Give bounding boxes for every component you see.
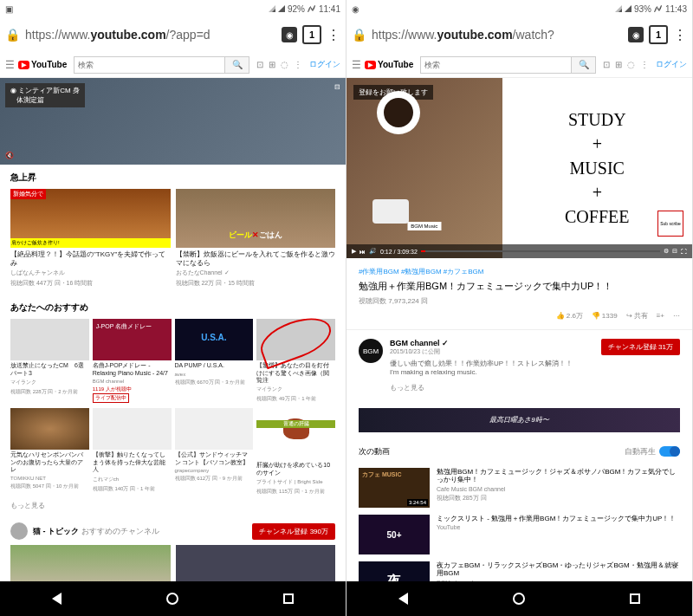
share-button[interactable]: ↪ 共有 — [626, 311, 648, 321]
search-button[interactable]: 🔍 — [224, 57, 249, 73]
search-button[interactable]: 🔍 — [571, 57, 595, 73]
video-icon[interactable]: ⊡ — [603, 60, 610, 69]
menu-icon[interactable]: ☰ — [352, 59, 361, 71]
thumbnail[interactable] — [176, 545, 336, 581]
autoplay-toggle[interactable] — [659, 446, 680, 457]
mute-icon[interactable]: 🔇 — [5, 152, 14, 159]
more-icon[interactable]: ⋮ — [327, 27, 340, 43]
topic-card[interactable]: 犬に育てられ、犬化した猫。自分を完全に犬だと思って — [10, 545, 171, 581]
recents-button[interactable] — [630, 593, 640, 604]
tab-count[interactable]: 1 — [302, 25, 321, 44]
rec-card[interactable]: 【公式】サンドウィッチマン コント【パソコン教室】grapecompany視聴回… — [175, 408, 254, 496]
search-input[interactable] — [74, 57, 224, 73]
android-icon[interactable] — [282, 27, 297, 42]
back-button[interactable] — [398, 593, 408, 605]
messages-icon[interactable]: ◌ — [627, 60, 635, 69]
trending-card[interactable]: 新婚気分で 肩かけご飯炊き作り! 【絶品料理？！】今話題の"TKGY"を夫婦で作… — [10, 189, 171, 288]
theater-icon[interactable]: ⊟ — [672, 248, 677, 255]
video-meta: 視聴回数 22万 回・15 時間前 — [176, 279, 336, 288]
rec-card[interactable]: 元気なハリセンボンバンバンのお腹切ったら大量のアレTOMIKKU NET視聴回数… — [10, 408, 89, 496]
topic-avatar[interactable] — [10, 522, 28, 540]
more-icon[interactable]: ⋮ — [640, 60, 649, 69]
channel-avatar[interactable]: BGM — [359, 339, 383, 363]
subscribe-stamp[interactable]: Sub scribe — [657, 211, 683, 237]
progress-bar[interactable]: ▶ ⏭ 🔊 0:12 / 3:09:32 ⚙ ⊟ ⛶ — [346, 244, 692, 258]
subscribe-button[interactable]: チャンネル登録 31万 — [601, 339, 680, 355]
thumbnail[interactable]: 新婚気分で 肩かけご飯炊き作り! — [10, 189, 171, 248]
url-text[interactable]: https://www.youtube.com/?app=d — [25, 28, 276, 42]
fullscreen-icon[interactable]: ⛶ — [681, 249, 687, 255]
thumbnail[interactable]: J-POP 名曲メドレー — [93, 319, 172, 360]
thumbnail[interactable] — [10, 319, 89, 360]
home-button[interactable] — [513, 593, 525, 605]
url-bar[interactable]: 🔒 https://www.youtube.com/?app=d 1 ⋮ — [0, 17, 346, 52]
menu-icon[interactable]: ☰ — [5, 59, 15, 71]
more-icon[interactable]: ⋮ — [673, 27, 687, 43]
android-icon[interactable] — [628, 27, 644, 42]
subscribe-button[interactable]: チャンネル登録 390万 — [252, 523, 335, 540]
hero-video[interactable]: ◉ ミンティア新CM 身 体測定篇 ⊟ 🔇 — [0, 78, 346, 165]
youtube-logo[interactable]: YouTube — [18, 60, 67, 69]
channel[interactable]: おるたなChannel ✓ — [176, 269, 336, 277]
next-icon[interactable]: ⏭ — [359, 249, 366, 255]
rec-card[interactable]: J-POP 名曲メドレー名曲J-POPメドレー - Relaxing Piano… — [93, 319, 172, 403]
login-link[interactable]: ログイン — [309, 59, 340, 70]
login-link[interactable]: ログイン — [656, 59, 687, 70]
youtube-logo[interactable]: YouTube — [365, 60, 413, 69]
topic-card[interactable]: 野良猫のママ猫をナデナデしたら追いかけて子猫を呼 — [176, 545, 336, 581]
search-box[interactable]: 🔍 — [74, 56, 249, 74]
thumbnail[interactable] — [10, 545, 171, 581]
thumbnail[interactable]: カフェ MUSIC3:24:54 — [359, 468, 430, 508]
more-button[interactable]: ⋯ — [673, 312, 680, 320]
thumbnail[interactable]: 夜3:20:44 — [359, 561, 430, 581]
thumbnail[interactable] — [256, 319, 335, 360]
rec-card[interactable]: 普通の肝臓肝臓が助けを求めている10のサインブライトサイド | Bright S… — [256, 408, 335, 496]
play-icon[interactable]: ▶ — [352, 248, 356, 255]
video-title[interactable]: 【絶品料理？！】今話題の"TKGY"を夫婦で作ってみ — [10, 250, 171, 267]
video-tags[interactable]: #作業用BGM #勉強用BGM #カフェBGM — [359, 267, 680, 276]
video-icon[interactable]: ⊡ — [256, 60, 263, 69]
tab-count[interactable]: 1 — [649, 25, 668, 44]
url-text[interactable]: https://www.youtube.com/watch? — [372, 28, 623, 42]
url-bar[interactable]: 🔒 https://www.youtube.com/watch? 1 ⋮ — [346, 17, 692, 52]
back-button[interactable] — [52, 593, 62, 605]
next-item[interactable]: 50+ ミックスリスト - 勉強用＋作業用BGM！カフェミュージックで集中力UP… — [346, 511, 692, 558]
messages-icon[interactable]: ◌ — [281, 60, 288, 69]
rec-card[interactable]: 【衝撃】触りたくなってしまう体を持った偉大な芸能人これマジch視聴回数 140万… — [93, 408, 172, 496]
search-input[interactable] — [421, 57, 571, 73]
content: ◉ ミンティア新CM 身 体測定篇 ⊟ 🔇 急上昇 新婚気分で 肩かけご飯炊き作… — [0, 78, 346, 581]
thumbnail[interactable]: U.S.A. — [175, 319, 254, 360]
trending-card[interactable]: ビール✕ごはん 【禁断】炊飯器にビールを入れてご飯を作ると激ウマになるら おるた… — [176, 189, 336, 288]
cc-icon[interactable]: ⊟ — [334, 83, 340, 91]
more-icon[interactable]: ⋮ — [294, 60, 302, 69]
apps-icon[interactable]: ⊞ — [269, 60, 275, 69]
rec-card[interactable]: 放送禁止になったCM 6選 パート3マイランク視聴回数 228万 回・2 か月前 — [10, 319, 89, 403]
home-button[interactable] — [166, 593, 178, 605]
rec-card[interactable]: U.S.A.DA PUMP / U.S.A.avex視聴回数 6670万 回・3… — [175, 319, 254, 403]
thumbnail[interactable]: 50+ — [359, 515, 430, 554]
rec-card[interactable]: 【驚愕】あなたの目を釘付けにする驚くべき画像（閲覧注マイランク視聴回数 49万 … — [256, 319, 335, 403]
thumbnail[interactable]: 普通の肝臓 — [256, 418, 335, 460]
more-link[interactable]: もっと見る — [390, 383, 594, 392]
next-item[interactable]: カフェ MUSIC3:24:54 勉強用BGM！カフェミュージック！ジャズ＆ボサ… — [346, 464, 692, 511]
channel-name[interactable]: BGM channel ✓ — [390, 339, 449, 347]
more-link[interactable]: もっと見る — [10, 501, 335, 510]
thumbnail[interactable]: ビール✕ごはん — [176, 189, 336, 248]
add-button[interactable]: ≡+ — [657, 312, 664, 320]
apps-icon[interactable]: ⊞ — [615, 60, 622, 69]
next-item[interactable]: 夜3:20:44 夜カフェBGM・リラックスジャズBGM・ゆったりジャズBGM・… — [346, 558, 692, 581]
volume-icon[interactable]: 🔊 — [369, 248, 377, 255]
search-box[interactable]: 🔍 — [420, 56, 596, 74]
clock: 11:43 — [665, 4, 687, 14]
channel[interactable]: しばなんチャンネル — [10, 269, 171, 277]
dislike-button[interactable]: 👎 1339 — [592, 312, 618, 320]
settings-icon[interactable]: ⚙ — [664, 248, 669, 255]
thumbnail[interactable] — [10, 408, 89, 450]
recents-button[interactable] — [283, 593, 294, 604]
video-player[interactable]: 登録をお願い致します BGM Music STUDY + MUSIC + COF… — [346, 78, 692, 258]
like-button[interactable]: 👍 2.6万 — [556, 311, 583, 321]
ad-banner[interactable]: 最高日曜あさ9時〜 — [359, 408, 680, 432]
thumbnail[interactable] — [93, 408, 172, 450]
thumbnail[interactable] — [175, 408, 254, 450]
video-title[interactable]: 【禁断】炊飯器にビールを入れてご飯を作ると激ウマになるら — [176, 250, 336, 267]
